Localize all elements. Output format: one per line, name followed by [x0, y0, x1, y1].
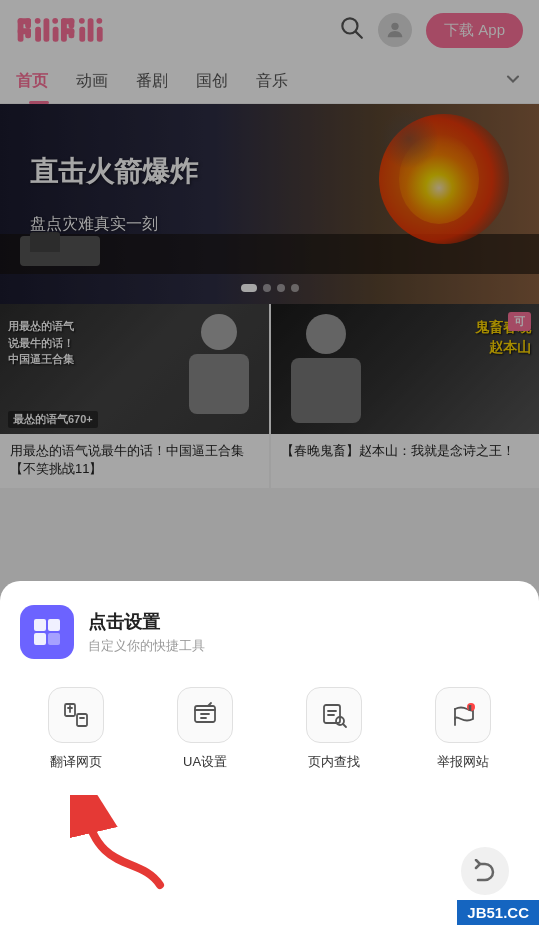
report-icon: ! — [435, 687, 491, 743]
tool-item-find[interactable]: 页内查找 — [278, 687, 391, 771]
undo-button[interactable] — [461, 847, 509, 895]
tool-label-report: 举报网站 — [437, 753, 489, 771]
sheet-app-icon — [20, 605, 74, 659]
svg-rect-23 — [34, 619, 46, 631]
red-arrow — [70, 795, 180, 899]
sheet-title: 点击设置 — [88, 610, 205, 634]
tool-label-translate: 翻译网页 — [50, 753, 102, 771]
svg-rect-28 — [77, 714, 87, 726]
svg-line-35 — [343, 724, 346, 727]
svg-text:!: ! — [469, 705, 471, 711]
tool-item-ua[interactable]: UA设置 — [149, 687, 262, 771]
watermark: JB51.CC — [457, 900, 539, 925]
arrow-area — [20, 795, 519, 895]
tool-label-ua: UA设置 — [183, 753, 227, 771]
svg-rect-25 — [34, 633, 46, 645]
svg-rect-26 — [48, 633, 60, 645]
svg-rect-33 — [324, 705, 340, 723]
sheet-subtitle: 自定义你的快捷工具 — [88, 637, 205, 655]
tool-item-translate[interactable]: 翻译网页 — [20, 687, 133, 771]
translate-icon — [48, 687, 104, 743]
sheet-header: 点击设置 自定义你的快捷工具 — [20, 605, 519, 659]
tool-item-report[interactable]: ! 举报网站 — [406, 687, 519, 771]
find-icon — [306, 687, 362, 743]
bottom-sheet: 点击设置 自定义你的快捷工具 翻译网页 — [0, 581, 539, 925]
sheet-title-wrap: 点击设置 自定义你的快捷工具 — [88, 610, 205, 655]
tool-grid: 翻译网页 UA设置 — [20, 687, 519, 771]
tool-label-find: 页内查找 — [308, 753, 360, 771]
svg-rect-24 — [48, 619, 60, 631]
ua-icon — [177, 687, 233, 743]
